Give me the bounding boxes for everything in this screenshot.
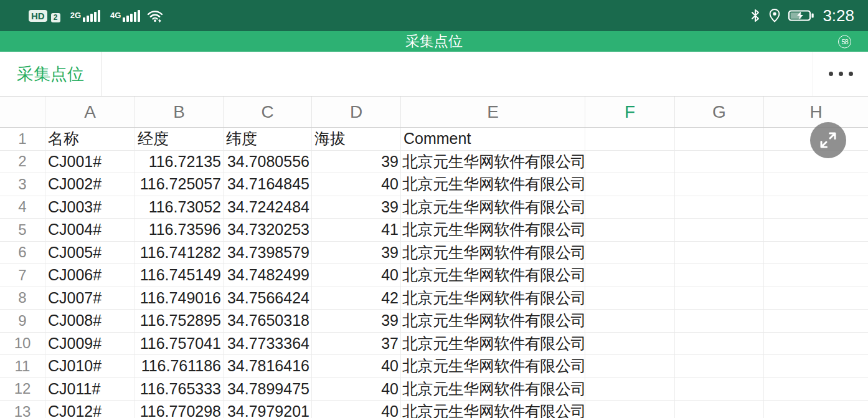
cell-H9[interactable] — [764, 310, 868, 332]
cell-G12[interactable] — [675, 378, 764, 401]
cell-E9[interactable]: 北京元生华网软件有限公司 — [401, 310, 585, 332]
cell-F12[interactable] — [585, 378, 675, 401]
cell-F5[interactable] — [585, 219, 675, 241]
cell-A10[interactable]: CJ009# — [45, 333, 135, 355]
cell-E7[interactable]: 北京元生华网软件有限公司 — [401, 264, 585, 287]
cell-D13[interactable]: 40 — [312, 401, 401, 418]
fullscreen-toggle-button[interactable] — [810, 122, 846, 158]
cell-A12[interactable]: CJ011# — [45, 378, 135, 401]
cell-H11[interactable] — [764, 355, 868, 378]
cell-G1[interactable] — [675, 128, 764, 150]
cell-D10[interactable]: 37 — [312, 333, 401, 355]
cell-F6[interactable] — [585, 242, 675, 264]
cell-B13[interactable]: 116.770298 — [135, 401, 224, 418]
cell-H3[interactable] — [764, 173, 868, 196]
cell-D3[interactable]: 40 — [312, 173, 401, 196]
cell-C12[interactable]: 34.7899475 — [224, 378, 312, 401]
cell-G9[interactable] — [675, 310, 764, 332]
more-options-button[interactable] — [813, 52, 868, 96]
cell-D6[interactable]: 39 — [312, 242, 401, 264]
cell-A9[interactable]: CJ008# — [45, 310, 135, 332]
cell-A1[interactable]: 名称 — [45, 128, 135, 150]
row-header-1[interactable]: 1 — [0, 128, 45, 150]
cell-G13[interactable] — [675, 401, 764, 418]
row-header-7[interactable]: 7 — [0, 264, 45, 287]
cell-E3[interactable]: 北京元生华网软件有限公司 — [401, 173, 585, 196]
column-header-H[interactable]: H — [764, 97, 868, 127]
cell-H10[interactable] — [764, 333, 868, 355]
cell-G3[interactable] — [675, 173, 764, 196]
cell-D5[interactable]: 41 — [312, 219, 401, 241]
cell-C9[interactable]: 34.7650318 — [224, 310, 312, 332]
cell-A8[interactable]: CJ007# — [45, 287, 135, 310]
cell-A5[interactable]: CJ004# — [45, 219, 135, 241]
cell-D4[interactable]: 39 — [312, 196, 401, 219]
cell-D9[interactable]: 39 — [312, 310, 401, 332]
cell-H8[interactable] — [764, 287, 868, 310]
cell-H4[interactable] — [764, 196, 868, 219]
row-header-4[interactable]: 4 — [0, 196, 45, 219]
cell-B10[interactable]: 116.757041 — [135, 333, 224, 355]
cell-E1[interactable]: Comment — [401, 128, 585, 150]
cell-H12[interactable] — [764, 378, 868, 401]
cell-A7[interactable]: CJ006# — [45, 264, 135, 287]
cell-B1[interactable]: 经度 — [135, 128, 224, 150]
cell-G10[interactable] — [675, 333, 764, 355]
cell-F10[interactable] — [585, 333, 675, 355]
cell-B11[interactable]: 116.761186 — [135, 355, 224, 378]
cell-D12[interactable]: 40 — [312, 378, 401, 401]
cell-B6[interactable]: 116.741282 — [135, 242, 224, 264]
cell-F11[interactable] — [585, 355, 675, 378]
cell-E2[interactable]: 北京元生华网软件有限公司 — [401, 151, 585, 173]
cell-H7[interactable] — [764, 264, 868, 287]
column-header-G[interactable]: G — [675, 97, 764, 127]
cell-E6[interactable]: 北京元生华网软件有限公司 — [401, 242, 585, 264]
cell-A2[interactable]: CJ001# — [45, 151, 135, 173]
row-header-3[interactable]: 3 — [0, 173, 45, 196]
cell-D1[interactable]: 海拔 — [312, 128, 401, 150]
cell-A11[interactable]: CJ010# — [45, 355, 135, 378]
cell-G8[interactable] — [675, 287, 764, 310]
column-header-B[interactable]: B — [135, 97, 224, 127]
cell-G4[interactable] — [675, 196, 764, 219]
cell-E5[interactable]: 北京元生华网软件有限公司 — [401, 219, 585, 241]
cell-E13[interactable]: 北京元生华网软件有限公司 — [401, 401, 585, 418]
cell-C1[interactable]: 纬度 — [224, 128, 312, 150]
sheet-tab-active[interactable]: 采集点位 — [0, 52, 101, 96]
column-header-A[interactable]: A — [45, 97, 135, 127]
cell-D7[interactable]: 40 — [312, 264, 401, 287]
cell-E4[interactable]: 北京元生华网软件有限公司 — [401, 196, 585, 219]
cell-C11[interactable]: 34.7816416 — [224, 355, 312, 378]
cell-E10[interactable]: 北京元生华网软件有限公司 — [401, 333, 585, 355]
cell-F7[interactable] — [585, 264, 675, 287]
cell-F2[interactable] — [585, 151, 675, 173]
cell-C10[interactable]: 34.7733364 — [224, 333, 312, 355]
cell-B2[interactable]: 116.72135 — [135, 151, 224, 173]
cell-A4[interactable]: CJ003# — [45, 196, 135, 219]
cell-H5[interactable] — [764, 219, 868, 241]
row-header-6[interactable]: 6 — [0, 242, 45, 264]
cell-C6[interactable]: 34.7398579 — [224, 242, 312, 264]
cell-C5[interactable]: 34.7320253 — [224, 219, 312, 241]
cell-F3[interactable] — [585, 173, 675, 196]
row-header-13[interactable]: 13 — [0, 401, 45, 418]
cell-C13[interactable]: 34.7979201 — [224, 401, 312, 418]
row-header-5[interactable]: 5 — [0, 219, 45, 241]
select-all-corner[interactable] — [0, 97, 45, 127]
cell-F8[interactable] — [585, 287, 675, 310]
row-header-8[interactable]: 8 — [0, 287, 45, 310]
cell-H13[interactable] — [764, 401, 868, 418]
cell-G11[interactable] — [675, 355, 764, 378]
cell-C2[interactable]: 34.7080556 — [224, 151, 312, 173]
cell-H6[interactable] — [764, 242, 868, 264]
cell-G5[interactable] — [675, 219, 764, 241]
cell-G2[interactable] — [675, 151, 764, 173]
cell-B4[interactable]: 116.73052 — [135, 196, 224, 219]
cell-B3[interactable]: 116.725057 — [135, 173, 224, 196]
cell-A13[interactable]: CJ012# — [45, 401, 135, 418]
cell-A6[interactable]: CJ005# — [45, 242, 135, 264]
cell-G7[interactable] — [675, 264, 764, 287]
cell-B7[interactable]: 116.745149 — [135, 264, 224, 287]
cell-D2[interactable]: 39 — [312, 151, 401, 173]
row-header-11[interactable]: 11 — [0, 355, 45, 378]
